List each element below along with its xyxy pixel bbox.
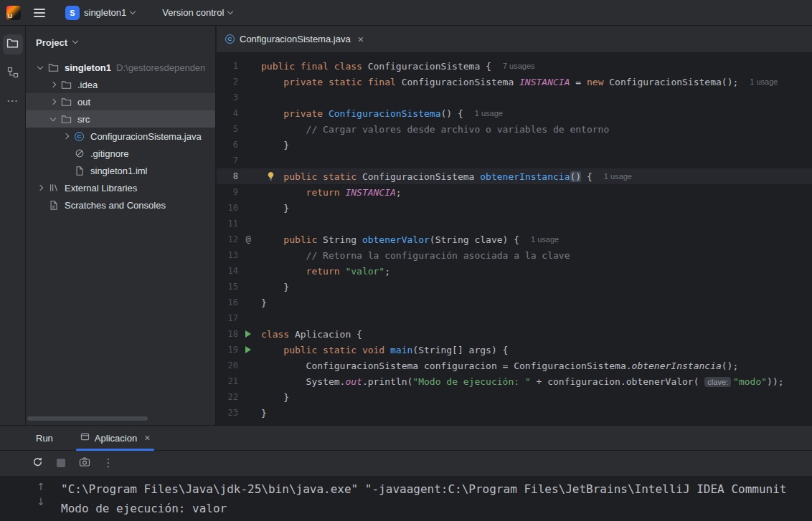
library-icon	[47, 182, 60, 193]
more-tool-windows-button[interactable]: ⋯	[3, 90, 23, 110]
code-line[interactable]: 1public final class ConfiguracionSistema…	[217, 58, 812, 74]
code-line[interactable]: 20 ConfiguracionSistema configuracion = …	[217, 358, 812, 373]
chevron-down-icon[interactable]	[37, 64, 43, 70]
tree-item-label: .idea	[77, 80, 98, 90]
tree-item-scratches-and-consoles[interactable]: Scratches and Consoles	[26, 196, 215, 214]
code-line[interactable]: 9 return INSTANCIA;	[217, 184, 812, 200]
down-arrow-button[interactable]: ↓	[36, 497, 46, 507]
usages-hint[interactable]: 1 usage	[475, 109, 503, 118]
camera-icon	[79, 457, 90, 469]
stop-icon	[57, 459, 65, 467]
vcs-widget-label: Version control	[162, 7, 224, 18]
more-options-button[interactable]: ⋮	[103, 457, 114, 469]
usages-hint[interactable]: 1 usage	[750, 77, 778, 86]
code-line[interactable]: 3	[217, 90, 812, 105]
code-line[interactable]: 17	[217, 310, 812, 326]
usages-hint[interactable]: 1 usage	[604, 172, 632, 181]
run-tab-aplicacion[interactable]: Aplicacion ×	[72, 426, 159, 451]
code-text: private ConfiguracionSistema() {	[261, 108, 463, 119]
tree-item-idea[interactable]: .idea	[26, 76, 215, 93]
code-line[interactable]: 7	[217, 153, 812, 168]
code-line[interactable]: 12@ public String obtenerValor(String cl…	[217, 231, 812, 247]
code-line[interactable]: 6 }	[217, 137, 812, 153]
close-icon[interactable]: ×	[144, 433, 150, 443]
tree-item-path: D:\gestoresdependen	[116, 62, 205, 73]
line-number: 8	[217, 171, 238, 181]
run-gutter-icon[interactable]	[245, 346, 251, 353]
code-line[interactable]: 14 return "valor";	[217, 263, 812, 279]
line-number: 4	[217, 108, 238, 118]
intention-bulb-icon[interactable]	[266, 171, 275, 181]
stop-button[interactable]	[55, 457, 67, 469]
code-line[interactable]: 11	[217, 216, 812, 231]
tree-item-label: singleton1	[65, 62, 111, 73]
code-line[interactable]: 23}	[217, 405, 812, 421]
code-line[interactable]: 4 private ConfiguracionSistema() {1 usag…	[217, 105, 812, 121]
run-panel: Run Aplicacion × ⋮	[0, 425, 812, 521]
vcs-widget[interactable]: Version control	[158, 4, 237, 22]
class-icon: C	[73, 130, 85, 142]
code-line[interactable]: 10 }	[217, 200, 812, 216]
chevron-right-icon[interactable]	[50, 99, 56, 105]
code-line[interactable]: 2 private static final ConfiguracionSist…	[217, 74, 812, 90]
line-number: 17	[217, 313, 238, 323]
close-icon[interactable]: ×	[358, 34, 364, 44]
usages-hint[interactable]: 7 usages	[503, 62, 535, 70]
project-panel-header[interactable]: Project	[26, 26, 215, 59]
tree-item-out[interactable]: out	[26, 93, 215, 110]
code-line[interactable]: 18class Aplicacion {	[217, 326, 812, 342]
project-widget[interactable]: S singleton1	[61, 4, 139, 22]
annotation-gutter-icon[interactable]: @	[245, 234, 250, 244]
tree-item-src[interactable]: src	[26, 110, 215, 128]
line-number: 3	[217, 92, 238, 102]
editor-tab-label: ConfiguracionSistema.java	[240, 34, 351, 44]
code-line[interactable]: 22 }	[217, 389, 812, 405]
editor-tab[interactable]: C ConfiguracionSistema.java ×	[217, 26, 372, 52]
intellij-logo-icon: IJ	[6, 6, 21, 20]
line-number: 22	[217, 392, 238, 402]
line-number: 12	[217, 234, 238, 244]
more-icon: ⋯	[6, 94, 19, 107]
editor-area: C ConfiguracionSistema.java × 1public fi…	[217, 26, 812, 425]
code-text: }	[261, 297, 267, 308]
tree-item-configuracionsistema-java[interactable]: CConfiguracionSistema.java	[26, 128, 215, 145]
tree-item-singleton1[interactable]: singleton1D:\gestoresdependen	[26, 59, 215, 76]
chevron-right-icon[interactable]	[37, 185, 43, 191]
project-panel-title: Project	[36, 37, 67, 48]
project-badge-icon: S	[65, 6, 80, 20]
folder-icon	[60, 96, 72, 107]
code-line[interactable]: 19 public static void main(String[] args…	[217, 342, 812, 358]
rerun-button[interactable]	[32, 457, 43, 469]
run-tab-label: Aplicacion	[95, 433, 137, 444]
code-text: public static void main(String[] args) {	[261, 345, 508, 355]
up-arrow-button[interactable]: ↑	[36, 482, 46, 492]
code-text: System.out.println("Modo de ejecución: "…	[261, 376, 784, 387]
tree-item-label: ConfiguracionSistema.java	[90, 131, 202, 142]
chevron-right-icon[interactable]	[50, 82, 56, 87]
code-line[interactable]: 16}	[217, 295, 812, 310]
chevron-down-icon	[227, 8, 233, 14]
structure-tool-button[interactable]	[3, 63, 23, 83]
project-tool-button[interactable]	[3, 34, 23, 54]
code-line[interactable]: 8 public static ConfiguracionSistema obt…	[217, 168, 812, 184]
tree-item-gitignore[interactable]: .gitignore	[26, 145, 215, 162]
thread-dump-button[interactable]	[79, 457, 90, 469]
usages-hint[interactable]: 1 usage	[531, 235, 559, 244]
code-text: }	[261, 392, 289, 403]
code-line[interactable]: 15 }	[217, 279, 812, 295]
horizontal-scrollbar[interactable]	[27, 416, 148, 421]
console-output[interactable]: "C:\Program Files\Java\jdk-25\bin\java.e…	[61, 476, 812, 521]
code-line[interactable]: 21 System.out.println("Modo de ejecución…	[217, 373, 812, 389]
chevron-down-icon[interactable]	[50, 115, 56, 121]
tree-item-external-libraries[interactable]: External Libraries	[26, 179, 215, 196]
main-menu-button[interactable]	[34, 9, 45, 17]
code-line[interactable]: 13 // Retorna la configuración asociada …	[217, 247, 812, 263]
chevron-right-icon[interactable]	[63, 133, 69, 139]
tree-item-label: .gitignore	[90, 148, 128, 159]
tree-item-singleton1-iml[interactable]: singleton1.iml	[26, 162, 215, 179]
project-tree: singleton1D:\gestoresdependen.ideaoutsrc…	[26, 59, 215, 214]
code-text: class Aplicacion {	[261, 329, 362, 340]
run-gutter-icon[interactable]	[245, 330, 251, 338]
code-line[interactable]: 5 // Cargar valores desde archivo o vari…	[217, 121, 812, 137]
code-lines[interactable]: 1public final class ConfiguracionSistema…	[217, 53, 812, 425]
